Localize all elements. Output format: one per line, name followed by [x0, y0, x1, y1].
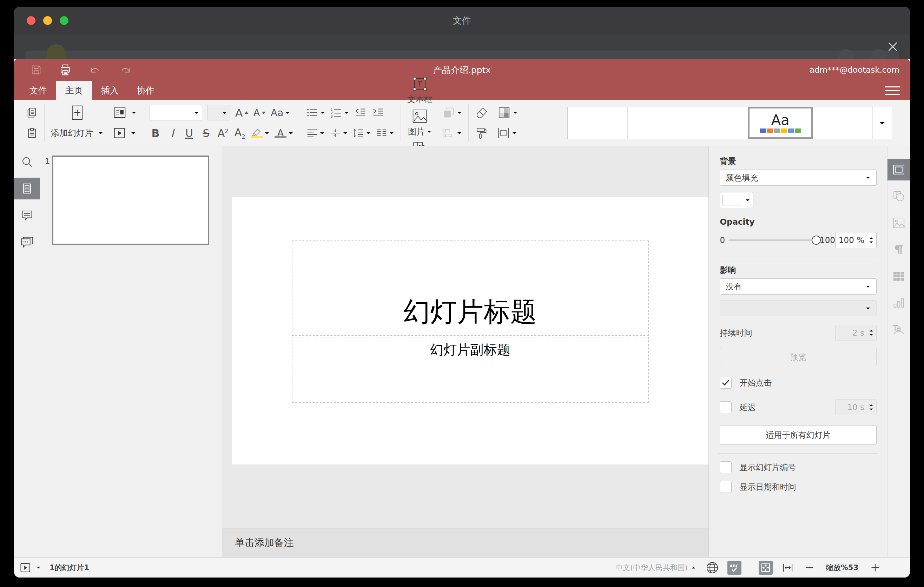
apply-to-all-slides-button[interactable]: 适用于所有幻灯片	[720, 425, 876, 445]
slide-size-button[interactable]	[497, 127, 517, 139]
slide-subtitle-text[interactable]: 幻灯片副标题	[431, 341, 510, 359]
fit-to-slide-button[interactable]	[759, 561, 773, 575]
set-language-globe-icon[interactable]	[706, 561, 719, 574]
svg-text:1: 1	[331, 108, 332, 111]
spellcheck-toggle[interactable]: ABC	[728, 561, 741, 575]
start-slideshow-statusbar-icon[interactable]	[20, 562, 31, 573]
zoom-level-label[interactable]: 缩放%53	[826, 563, 858, 572]
svg-text:2: 2	[331, 111, 332, 115]
search-panel-button[interactable]	[14, 151, 40, 173]
close-editor-button[interactable]	[885, 39, 901, 55]
notes-area[interactable]: 单击添加备注	[222, 528, 708, 557]
slide-number-label: 1	[45, 157, 50, 166]
theme-item-selected[interactable]: Aa	[748, 107, 813, 139]
vertical-align-button[interactable]	[330, 128, 348, 139]
document-language-button[interactable]: 中文(中华人民共和国)	[615, 563, 695, 572]
slides-panel-button[interactable]	[14, 178, 40, 200]
theme-color-swatches	[760, 129, 801, 133]
horizontal-align-button[interactable]	[307, 128, 325, 139]
table-settings-button[interactable]	[888, 265, 910, 287]
show-date-time-checkbox[interactable]	[720, 481, 732, 493]
color-scheme-button[interactable]	[497, 106, 518, 119]
slider-thumb[interactable]	[812, 236, 821, 245]
font-name-combo[interactable]	[150, 105, 202, 120]
align-shape-button[interactable]	[442, 127, 462, 139]
slide-editor-canvas[interactable]: 幻灯片标题 幻灯片副标题	[222, 146, 708, 528]
chart-settings-button[interactable]	[888, 292, 910, 314]
opacity-spinner[interactable]: 100 %	[835, 232, 876, 248]
delay-checkbox[interactable]	[720, 401, 732, 413]
superscript-button[interactable]: A2	[217, 127, 229, 139]
start-slideshow-icon[interactable]	[113, 127, 126, 139]
theme-item-blank[interactable]	[688, 107, 748, 139]
subtitle-placeholder[interactable]: 幻灯片副标题	[292, 337, 649, 403]
chevron-down-icon[interactable]	[130, 132, 136, 135]
insert-textbox-button[interactable]: 文本框	[407, 76, 432, 105]
start-on-click-checkbox[interactable]	[720, 377, 732, 389]
chevron-down-icon	[264, 132, 270, 135]
columns-button[interactable]	[376, 128, 394, 139]
textart-settings-button[interactable]: Ta	[888, 319, 910, 341]
copy-style-icon[interactable]	[475, 127, 488, 139]
font-size-combo[interactable]	[207, 105, 230, 120]
notes-placeholder[interactable]: 单击添加备注	[235, 536, 294, 549]
slide-title-text[interactable]: 幻灯片标题	[404, 294, 537, 330]
paragraph-settings-button[interactable]	[888, 239, 910, 261]
opacity-slider[interactable]	[728, 236, 816, 245]
theme-item-blank[interactable]	[628, 107, 688, 139]
effect-select[interactable]: 没有	[720, 279, 876, 295]
font-color-button[interactable]: A	[274, 128, 294, 139]
background-color-button[interactable]	[720, 192, 753, 208]
shape-settings-button[interactable]	[888, 185, 910, 207]
line-spacing-button[interactable]	[353, 128, 371, 139]
menu-hamburger-button[interactable]	[885, 84, 900, 97]
fill-type-select[interactable]: 颜色填充	[720, 170, 876, 186]
theme-item-blank[interactable]	[568, 107, 628, 139]
italic-button[interactable]: I	[167, 127, 178, 139]
tab-file[interactable]: 文件	[20, 81, 56, 100]
increase-indent-icon[interactable]	[372, 107, 384, 118]
zoom-out-icon[interactable]	[805, 563, 814, 572]
zoom-in-icon[interactable]	[870, 563, 880, 572]
title-placeholder[interactable]: 幻灯片标题	[292, 241, 649, 336]
image-settings-button[interactable]	[888, 212, 910, 234]
paste-icon[interactable]	[26, 127, 38, 139]
underline-button[interactable]: U	[183, 127, 195, 139]
theme-item-blank[interactable]	[813, 107, 873, 139]
copy-icon[interactable]	[26, 107, 38, 119]
decrease-indent-icon[interactable]	[354, 107, 367, 118]
slide-layout-icon[interactable]	[113, 107, 126, 119]
add-slide-label[interactable]: 添加幻灯片	[51, 127, 93, 139]
show-slide-number-checkbox[interactable]	[720, 461, 732, 473]
add-slide-icon[interactable]	[70, 105, 84, 121]
slide-settings-button[interactable]	[888, 159, 910, 180]
bold-button[interactable]: B	[150, 127, 162, 139]
change-case-button[interactable]: Aa	[271, 107, 290, 119]
fit-to-width-icon[interactable]	[782, 562, 794, 573]
subscript-button[interactable]: A2	[234, 126, 246, 140]
decrease-font-button[interactable]: A	[254, 107, 266, 118]
tab-insert[interactable]: 插入	[92, 81, 128, 100]
numbered-list-button[interactable]: 123	[330, 107, 349, 118]
editor-header: 产品介绍.pptx adm***@dootask.com 文件 主页 插入 协作	[14, 59, 910, 100]
spin-up-icon[interactable]	[869, 237, 873, 239]
slide-thumbnail-1[interactable]	[52, 155, 209, 245]
strikeout-button[interactable]: S	[200, 127, 212, 139]
insert-image-button[interactable]: 图片	[407, 109, 432, 137]
bullet-list-button[interactable]	[307, 107, 325, 118]
chevron-down-icon[interactable]	[131, 111, 137, 114]
tab-collaboration[interactable]: 协作	[128, 81, 163, 100]
arrange-shape-button[interactable]	[442, 106, 462, 119]
increase-font-button[interactable]: A	[235, 106, 249, 119]
tab-home[interactable]: 主页	[56, 81, 92, 100]
chat-panel-button[interactable]	[14, 231, 40, 253]
comments-panel-button[interactable]	[14, 204, 40, 226]
chevron-down-icon[interactable]	[36, 566, 41, 569]
spin-down-icon[interactable]	[869, 241, 873, 244]
highlight-color-button[interactable]	[251, 128, 270, 138]
slide-settings-panel: 背景 颜色填充 Opacity 0 100 100 %	[708, 146, 887, 557]
chevron-down-icon[interactable]	[98, 132, 103, 135]
gallery-expand-button[interactable]	[873, 107, 892, 139]
clear-style-icon[interactable]	[475, 106, 488, 119]
slide-page[interactable]: 幻灯片标题 幻灯片副标题	[232, 197, 708, 465]
